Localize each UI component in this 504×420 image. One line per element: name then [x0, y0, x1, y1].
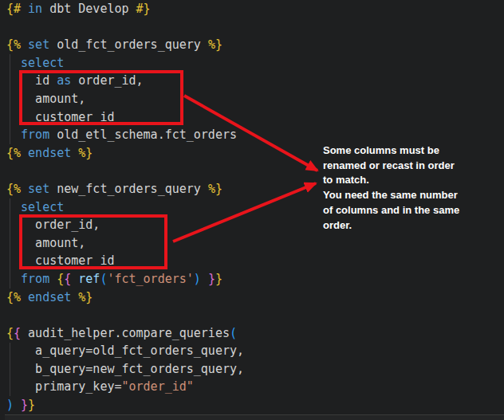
code-token: new_fct_orders_query	[49, 182, 208, 196]
code-token: #}	[136, 2, 151, 16]
code-token: order_id,	[6, 218, 100, 232]
code-token: }	[208, 272, 215, 286]
annotation-line: of columns and in the same	[323, 203, 500, 218]
code-token: %}	[78, 290, 93, 304]
indent-guide	[10, 54, 10, 144]
code-token	[71, 272, 78, 286]
code-token	[71, 146, 78, 160]
code-token: order_id,	[71, 73, 143, 88]
annotation-line: order.	[323, 218, 500, 234]
code-token	[49, 272, 57, 286]
code-line[interactable]: select	[6, 54, 504, 73]
code-token: old_fct_orders_query	[49, 37, 208, 52]
code-line[interactable]: from {{ ref('fct_orders') }}	[6, 270, 504, 289]
annotation-line: renamed or recast in order	[323, 159, 500, 174]
code-token: a_query=old_fct_orders_query,	[6, 343, 244, 358]
code-token: %}	[208, 37, 222, 52]
code-token	[21, 2, 28, 16]
code-token: (	[230, 326, 237, 340]
code-token: {%	[6, 37, 21, 52]
code-token: in	[28, 2, 42, 16]
indent-guide	[10, 343, 10, 396]
code-token: {%	[6, 182, 21, 196]
code-token: {	[6, 326, 14, 340]
code-token	[21, 290, 28, 304]
code-token: from	[21, 128, 49, 142]
code-token: select	[21, 56, 64, 70]
code-token: primary_key=	[6, 379, 122, 394]
code-token	[6, 272, 21, 286]
code-line[interactable]: customer_id	[6, 108, 504, 127]
code-line[interactable]: {% endset %}	[6, 289, 504, 307]
code-line[interactable]: primary_key="order_id"	[6, 378, 504, 396]
code-token	[21, 37, 28, 52]
code-token: {	[57, 272, 64, 286]
code-token: select	[21, 200, 64, 214]
code-line[interactable]: b_query=new_fct_orders_query,	[6, 360, 504, 379]
code-line[interactable]: amount,	[6, 234, 504, 253]
code-token: "order_id"	[122, 379, 194, 394]
code-token: ref	[78, 272, 100, 286]
code-line[interactable]: {# in dbt Develop #}	[6, 0, 504, 18]
code-token	[201, 272, 208, 286]
annotation-line: to match.	[323, 173, 500, 188]
code-token: customer_id	[6, 253, 114, 268]
code-token: customer_id	[6, 110, 114, 124]
code-token: {#	[6, 2, 21, 16]
code-token: {	[64, 272, 71, 286]
code-line[interactable]: {{ audit_helper.compare_queries(	[6, 324, 504, 343]
code-token: endset	[28, 146, 71, 160]
code-token: )	[194, 272, 201, 286]
code-token	[71, 290, 78, 304]
code-token: dbt Develop	[42, 2, 136, 16]
code-token: 'fct_orders'	[107, 272, 193, 286]
code-token: %}	[78, 146, 93, 160]
code-token: }	[215, 272, 222, 286]
code-token: {%	[6, 146, 21, 160]
code-token: set	[28, 182, 49, 196]
code-token: id	[6, 73, 57, 88]
code-editor-window: {# in dbt Develop #}{% set old_fct_order…	[0, 0, 504, 420]
code-line[interactable]: ) }}	[6, 396, 504, 414]
code-token: )	[6, 398, 14, 412]
code-token: as	[57, 73, 71, 88]
code-line[interactable]: a_query=old_fct_orders_query,	[6, 342, 504, 360]
code-line[interactable]	[6, 18, 504, 37]
annotation-text: Some columns must be renamed or recast i…	[323, 143, 500, 233]
code-token	[6, 128, 21, 142]
code-token: }	[21, 398, 28, 412]
code-token: amount,	[6, 236, 85, 250]
code-token: }	[28, 398, 35, 412]
code-token: b_query=new_fct_orders_query,	[6, 362, 244, 376]
code-token: {	[14, 326, 21, 340]
horizontal-scrollbar[interactable]	[5, 414, 504, 420]
code-token: set	[28, 37, 49, 52]
code-token	[6, 56, 21, 70]
code-token: endset	[28, 290, 71, 304]
code-token	[21, 146, 28, 160]
code-line[interactable]: id as order_id,	[6, 72, 504, 90]
code-token	[14, 398, 21, 412]
annotation-line: Some columns must be	[323, 143, 500, 159]
indent-guide	[10, 198, 10, 289]
code-token: from	[21, 272, 49, 286]
code-line[interactable]: {% set old_fct_orders_query %}	[6, 36, 504, 54]
code-token: audit_helper.compare_queries	[21, 326, 230, 340]
code-line[interactable]: from old_etl_schema.fct_orders	[6, 126, 504, 144]
code-line[interactable]: amount,	[6, 90, 504, 108]
code-token	[6, 200, 21, 214]
code-token: amount,	[6, 92, 85, 106]
code-token: %}	[208, 182, 222, 196]
code-token: {%	[6, 290, 21, 304]
code-token: old_etl_schema.fct_orders	[49, 128, 237, 142]
code-token	[21, 182, 28, 196]
code-line[interactable]	[6, 306, 504, 324]
annotation-line: You need the same number	[323, 188, 500, 203]
code-line[interactable]: customer_id	[6, 252, 504, 270]
